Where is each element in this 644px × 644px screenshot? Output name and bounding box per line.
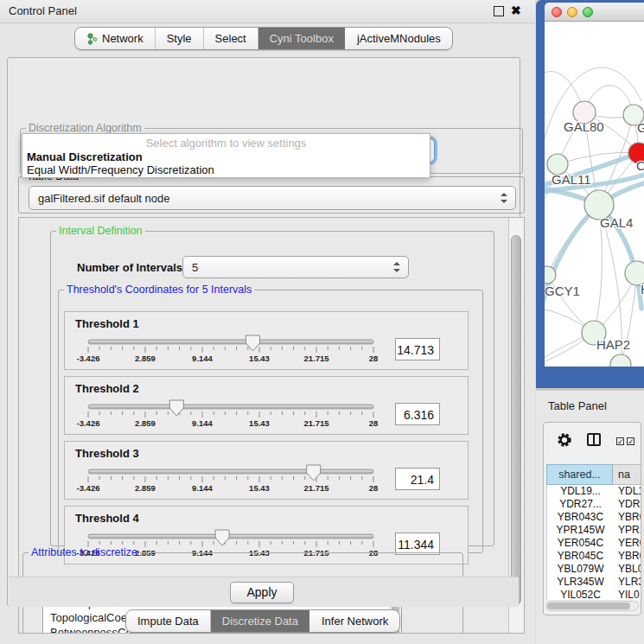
tick-label: 2.859 xyxy=(135,354,156,363)
settings-scrollbar[interactable] xyxy=(508,218,524,633)
cell-shared-name[interactable]: YBR045C xyxy=(547,550,614,563)
node-label: GA xyxy=(637,120,644,135)
attributes-group-title: Attributes to discretize xyxy=(29,546,140,558)
cell-shared-name[interactable]: YDL19... xyxy=(547,485,614,498)
tab-network[interactable]: Network xyxy=(75,28,155,49)
cell-name[interactable]: YDL1 xyxy=(614,485,641,498)
threshold-panel-1: Threshold 1-3.4262.8599.14415.4321.71528… xyxy=(64,311,469,370)
threshold-panel-2: Threshold 2-3.4262.8599.14415.4321.71528… xyxy=(64,376,469,435)
table-row[interactable]: YDR27...YDR2 xyxy=(547,498,641,511)
table-row[interactable]: YBR043CYBR0 xyxy=(547,511,641,524)
cell-shared-name[interactable]: YDR27... xyxy=(547,498,614,511)
table-panel-body: ✓ ✓ shared... na YDL19...YDL1YDR27...YDR… xyxy=(543,422,641,615)
cell-name[interactable]: YBR0 xyxy=(614,550,641,563)
slider-thumb[interactable] xyxy=(215,530,229,545)
cell-shared-name[interactable]: YER054C xyxy=(547,537,614,550)
table-data-combobox[interactable]: galFiltered.sif default node xyxy=(29,186,516,210)
table-row[interactable]: YLR345WYLR3 xyxy=(547,576,641,589)
checkbox-icon[interactable]: ✓ xyxy=(627,437,634,445)
cell-name[interactable]: YBR0 xyxy=(614,511,641,524)
minimize-light-icon[interactable] xyxy=(567,7,577,17)
network-window-titlebar[interactable] xyxy=(545,3,644,22)
tab-style[interactable]: Style xyxy=(155,28,203,49)
tick-label: 21.715 xyxy=(303,354,329,363)
cell-name[interactable]: YDR2 xyxy=(614,498,641,511)
tick-label: 9.144 xyxy=(192,354,213,363)
cell-shared-name[interactable]: YBR043C xyxy=(547,511,614,524)
combo-spinner-icon xyxy=(501,193,507,203)
column-header-shared-name[interactable]: shared... xyxy=(546,464,613,485)
columns-icon[interactable] xyxy=(587,433,601,446)
tab-infer-network[interactable]: Infer Network xyxy=(309,610,399,632)
table-panel: Table Panel ✓ ✓ shared... na YDL19...YDL… xyxy=(536,391,644,644)
cell-name[interactable]: YLR3 xyxy=(614,576,641,589)
network-canvas[interactable]: GAL80GACGAL11GAL4GCY1HHAP2 xyxy=(545,22,644,367)
table-row[interactable]: YDL19...YDL1 xyxy=(547,485,641,498)
dropdown-option-equal-width-frequency[interactable]: Equal Width/Frequency Discretization xyxy=(27,163,214,176)
tick-label: 2.859 xyxy=(135,483,156,493)
table-row[interactable]: YBL079WYBL0 xyxy=(547,563,641,576)
threshold-label: Threshold 3 xyxy=(75,447,139,460)
cyni-bottom-tabbar: Impute DataDiscretize DataInfer Network xyxy=(125,609,400,633)
tab-jactivemnodules[interactable]: jActiveMNodules xyxy=(345,28,452,49)
table-hscrollbar[interactable] xyxy=(545,601,639,611)
cell-name[interactable]: YPR1 xyxy=(614,524,641,537)
network-node[interactable] xyxy=(610,354,631,367)
table-row[interactable]: YER054CYER0 xyxy=(547,537,641,550)
tab-impute-data[interactable]: Impute Data xyxy=(126,610,210,632)
tab-select[interactable]: Select xyxy=(203,28,258,49)
apply-bar: Apply xyxy=(9,577,519,607)
network-graph[interactable]: GAL80GACGAL11GAL4GCY1HHAP2 xyxy=(545,22,644,367)
table-hscrollbar-thumb[interactable] xyxy=(547,603,630,609)
cell-name[interactable]: YER0 xyxy=(614,537,641,550)
node-table: shared... na YDL19...YDL1YDR27...YDR2YBR… xyxy=(546,464,641,600)
column-header-name[interactable]: na xyxy=(613,464,641,485)
node-label: H xyxy=(641,282,644,296)
number-of-intervals-combobox[interactable]: 5 xyxy=(182,256,409,278)
control-panel-tabbar: NetworkStyleSelectCyni ToolboxjActiveMNo… xyxy=(74,27,453,50)
slider-thumb[interactable] xyxy=(307,465,321,481)
threshold-label: Threshold 4 xyxy=(75,512,139,525)
threshold-slider[interactable]: -3.4262.8599.14415.4321.71528 xyxy=(77,398,385,432)
threshold-slider[interactable]: -3.4262.8599.14415.4321.71528 xyxy=(77,333,385,367)
threshold-value-field[interactable]: 21.4 xyxy=(395,468,440,490)
cell-shared-name[interactable]: YPR145W xyxy=(547,524,614,537)
table-data-value: galFiltered.sif default node xyxy=(38,192,169,205)
number-of-intervals-label: Number of Intervals xyxy=(77,261,182,274)
cell-name[interactable]: YIL0 xyxy=(614,589,641,600)
dropdown-prompt: Select algorithm to view settings xyxy=(22,137,430,150)
dropdown-option-manual-discretization[interactable]: Manual Discretization xyxy=(27,150,143,163)
close-icon[interactable]: ✖ xyxy=(511,3,521,17)
threshold-slider[interactable]: -3.4262.8599.14415.4321.71528 xyxy=(77,462,385,497)
tab-discretize-data[interactable]: Discretize Data xyxy=(210,610,309,632)
table-row[interactable]: YPR145WYPR1 xyxy=(547,524,641,537)
float-window-icon[interactable] xyxy=(494,6,504,16)
apply-button[interactable]: Apply xyxy=(230,582,294,603)
cell-name[interactable]: YBL0 xyxy=(614,563,641,576)
threshold-value-field[interactable]: 6.316 xyxy=(395,403,440,425)
tab-cyni-toolbox[interactable]: Cyni Toolbox xyxy=(258,28,345,49)
cell-shared-name[interactable]: YLR345W xyxy=(547,576,614,589)
cell-shared-name[interactable]: YIL052C xyxy=(547,589,614,600)
checkbox-icon[interactable]: ✓ xyxy=(616,437,624,445)
settings-scrollbar-thumb[interactable] xyxy=(511,235,521,605)
threshold-label: Threshold 2 xyxy=(75,382,139,395)
tick-label: 15.43 xyxy=(249,483,270,493)
node-label: C xyxy=(636,158,644,173)
gear-icon[interactable] xyxy=(556,431,573,449)
table-header-row: shared... na xyxy=(546,464,641,485)
control-panel-titlebar: Control Panel ✖ xyxy=(0,0,535,23)
algorithm-dropdown-popup: Select algorithm to view settings Manual… xyxy=(22,133,430,178)
number-of-intervals-value: 5 xyxy=(192,261,198,274)
slider-thumb[interactable] xyxy=(169,400,183,416)
tick-label: 9.144 xyxy=(192,418,213,428)
tick-label: 28 xyxy=(369,354,379,363)
tick-label: 2.859 xyxy=(135,418,156,428)
zoom-light-icon[interactable] xyxy=(583,7,593,17)
threshold-value-field[interactable]: 14.713 xyxy=(395,338,440,360)
cell-shared-name[interactable]: YBL079W xyxy=(547,563,614,576)
table-row[interactable]: YBR045CYBR0 xyxy=(547,550,641,563)
tab-label: Cyni Toolbox xyxy=(270,32,334,45)
table-row[interactable]: YIL052CYIL0 xyxy=(547,589,641,600)
close-light-icon[interactable] xyxy=(552,7,562,17)
